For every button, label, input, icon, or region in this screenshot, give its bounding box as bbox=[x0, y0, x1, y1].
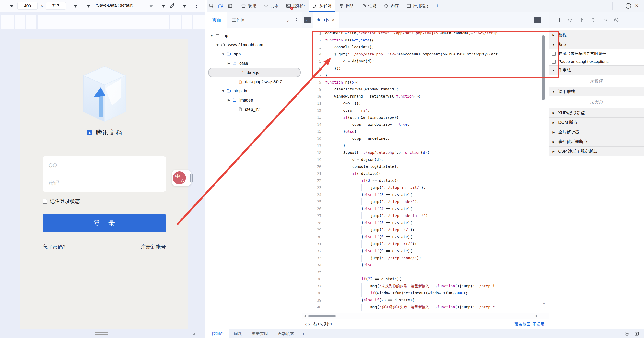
line-number[interactable]: 26 bbox=[302, 207, 325, 211]
drawer-expand-icon[interactable] bbox=[634, 331, 640, 337]
debug-section--[interactable]: ▼作用域 bbox=[549, 65, 644, 75]
vertical-scrollbar-thumb[interactable] bbox=[542, 35, 545, 100]
line-number[interactable]: 20 bbox=[302, 165, 325, 169]
tree-item-www.21mould.com[interactable]: ▼www.21mould.com bbox=[207, 40, 302, 49]
zoom-dropdown[interactable] bbox=[74, 5, 77, 7]
device-toolbar-toggle-icon[interactable] bbox=[216, 0, 225, 11]
drawer-tab-控制台[interactable]: 控制台 bbox=[207, 330, 229, 338]
step-out-icon[interactable] bbox=[590, 17, 596, 23]
debug-section--[interactable]: ▼调用堆栈 bbox=[549, 87, 644, 96]
device-toolbar-kebab-icon[interactable]: ⋮ bbox=[194, 2, 199, 8]
scroll-right-arrow-icon[interactable]: ▶ bbox=[536, 314, 538, 318]
tree-item-cess[interactable]: ▶cess bbox=[207, 59, 302, 68]
line-number[interactable]: 36 bbox=[302, 277, 325, 281]
breakpoint-option[interactable]: 在抛出未捕获的异常时暂停 bbox=[549, 49, 644, 58]
device-width-input[interactable] bbox=[18, 2, 38, 10]
editor-tab-datajs[interactable]: data.js ✕ bbox=[313, 12, 339, 28]
line-number[interactable]: 7 bbox=[302, 73, 325, 77]
line-number[interactable]: 6 bbox=[302, 66, 325, 71]
pretty-print-icon[interactable]: { } bbox=[306, 322, 310, 327]
line-number[interactable]: 3 bbox=[302, 45, 325, 49]
horizontal-scrollbar[interactable]: ◀ ▶ bbox=[302, 313, 549, 319]
tab-application[interactable]: 应用程序 bbox=[402, 0, 433, 11]
tree-caret-icon[interactable]: ▼ bbox=[215, 43, 220, 47]
line-number[interactable]: 39 bbox=[302, 298, 325, 302]
devtools-help-icon[interactable]: ? bbox=[626, 3, 631, 8]
checkbox[interactable] bbox=[552, 52, 556, 56]
device-resize-corner[interactable] bbox=[188, 329, 196, 336]
line-number[interactable]: 1 bbox=[302, 31, 325, 35]
register-link[interactable]: 注册新帐号 bbox=[141, 244, 166, 250]
tab-console[interactable]: 控制台x bbox=[282, 0, 308, 11]
tree-caret-icon[interactable]: ▼ bbox=[209, 34, 214, 37]
tree-caret-icon[interactable]: ▼ bbox=[221, 89, 226, 93]
tree-item-data.js[interactable]: data.js bbox=[208, 68, 300, 77]
devtools-more-menu-icon[interactable]: ⋯ bbox=[616, 3, 624, 8]
line-number[interactable]: 11 bbox=[302, 101, 325, 106]
drawer-tab-问题[interactable]: 问题 bbox=[229, 330, 247, 338]
line-number[interactable]: 30 bbox=[302, 235, 325, 239]
line-number[interactable]: 34 bbox=[302, 263, 325, 267]
line-number[interactable]: 13 bbox=[302, 115, 325, 120]
line-number[interactable]: 27 bbox=[302, 214, 325, 218]
navigator-overflow-chevron-icon[interactable]: ⌄ bbox=[286, 17, 290, 23]
navigator-tab-pages[interactable]: 页面 bbox=[207, 12, 226, 28]
eyedropper-icon[interactable] bbox=[168, 2, 177, 9]
pane-resize-grip[interactable] bbox=[190, 174, 193, 182]
forgot-password-link[interactable]: 忘了密码? bbox=[42, 244, 66, 250]
throttle-dropdown[interactable] bbox=[149, 5, 153, 7]
device-bottom-handle[interactable] bbox=[95, 332, 108, 336]
tab-memory[interactable]: 内存 bbox=[380, 0, 402, 11]
scroll-up-arrow-icon[interactable]: ▲ bbox=[542, 30, 546, 33]
coverage-link[interactable]: 覆盖范围: 不适用 bbox=[514, 322, 544, 327]
step-icon[interactable] bbox=[602, 17, 608, 23]
show-debugger-icon[interactable]: → bbox=[534, 17, 541, 23]
debug-section--[interactable]: ▶事件侦听器断点 bbox=[549, 137, 644, 147]
line-number[interactable]: 12 bbox=[302, 109, 325, 113]
breakpoint-option[interactable]: Pause on caught exceptions bbox=[549, 58, 644, 65]
add-panel-tab-button[interactable]: + bbox=[433, 0, 442, 11]
tree-item-app[interactable]: ▼app bbox=[207, 49, 302, 59]
tree-caret-icon[interactable]: ▶ bbox=[226, 98, 232, 102]
line-number[interactable]: 21 bbox=[302, 172, 325, 176]
debug-section-XHR-[interactable]: ▶XHR/提取断点 bbox=[549, 108, 644, 118]
line-number[interactable]: 25 bbox=[302, 200, 325, 204]
step-into-icon[interactable] bbox=[579, 17, 585, 23]
debug-section--[interactable]: ▶监视 bbox=[549, 30, 644, 40]
device-height-input[interactable] bbox=[46, 2, 66, 10]
debug-section--[interactable]: ▼断点 bbox=[549, 40, 644, 49]
line-number[interactable]: 18 bbox=[302, 151, 325, 155]
line-number[interactable]: 23 bbox=[302, 186, 325, 190]
line-number[interactable]: 14 bbox=[302, 123, 325, 127]
tree-item-images[interactable]: ▶images bbox=[207, 96, 302, 105]
line-number[interactable]: 8 bbox=[302, 80, 325, 85]
drawer-add-tab-button[interactable]: + bbox=[299, 330, 308, 338]
orientation-dropdown[interactable] bbox=[87, 5, 90, 7]
drawer-tab-自动填充[interactable]: 自动填充 bbox=[273, 330, 299, 338]
throttle-label[interactable]: 'Save-Data': default bbox=[96, 3, 132, 8]
line-number[interactable]: 19 bbox=[302, 158, 325, 162]
scroll-left-arrow-icon[interactable]: ◀ bbox=[304, 314, 306, 318]
line-number[interactable]: 15 bbox=[302, 129, 325, 134]
dock-side-icon[interactable] bbox=[225, 0, 234, 11]
line-number[interactable]: 32 bbox=[302, 249, 325, 253]
inspect-element-icon[interactable] bbox=[207, 0, 216, 11]
line-number[interactable]: 33 bbox=[302, 256, 325, 260]
line-number[interactable]: 35 bbox=[302, 270, 325, 274]
line-number[interactable]: 22 bbox=[302, 179, 325, 183]
tab-elements[interactable]: 元素 bbox=[260, 0, 282, 11]
tab-home[interactable]: 欢迎 bbox=[237, 0, 260, 11]
tree-item-data.php-sv-js-0.7...[interactable]: data.php?sv=js&0.7... bbox=[207, 77, 302, 86]
line-number[interactable]: 24 bbox=[302, 193, 325, 197]
line-number[interactable]: 9 bbox=[302, 87, 325, 92]
line-number[interactable]: 17 bbox=[302, 144, 325, 148]
hide-navigator-icon[interactable]: ← bbox=[304, 17, 311, 23]
navigator-kebab-icon[interactable]: ⋮ bbox=[294, 17, 299, 23]
login-button[interactable]: 登 录 bbox=[42, 214, 166, 232]
debug-section-CSP-[interactable]: ▶CSP 违反了规定断点 bbox=[549, 147, 644, 156]
tree-caret-icon[interactable]: ▼ bbox=[221, 52, 226, 56]
tree-item-step_in[interactable]: ▼step_in bbox=[207, 86, 302, 96]
line-number[interactable]: 16 bbox=[302, 137, 325, 141]
line-number[interactable]: 10 bbox=[302, 94, 325, 99]
checkbox[interactable] bbox=[552, 60, 556, 64]
